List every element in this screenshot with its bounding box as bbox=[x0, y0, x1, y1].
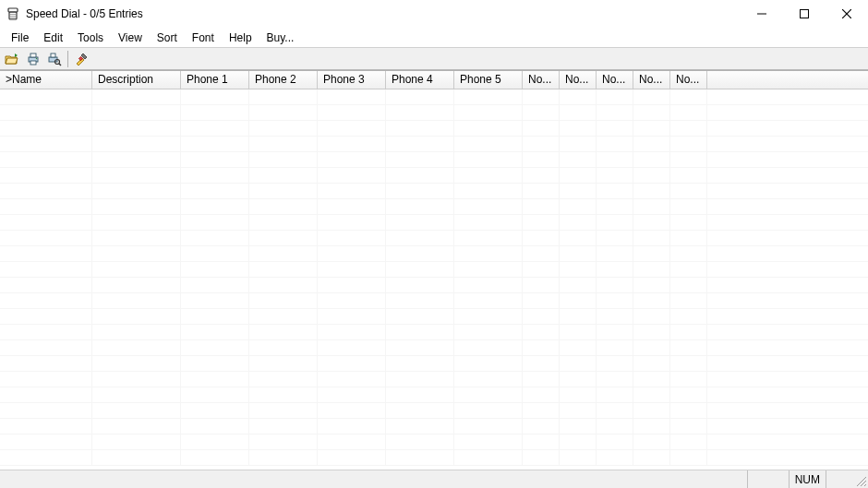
table-row[interactable] bbox=[0, 152, 868, 168]
table-cell bbox=[454, 215, 523, 230]
menubar: File Edit Tools View Sort Font Help Buy.… bbox=[0, 28, 868, 48]
table-row[interactable] bbox=[0, 215, 868, 231]
table-cell bbox=[670, 293, 707, 308]
table-cell bbox=[633, 137, 670, 151]
table-row[interactable] bbox=[0, 168, 868, 184]
table-row[interactable] bbox=[0, 419, 868, 434]
col-phone2[interactable]: Phone 2 bbox=[249, 71, 318, 89]
table-cell bbox=[597, 278, 633, 292]
table-row[interactable] bbox=[0, 278, 868, 293]
statusbar: NUM bbox=[0, 470, 868, 488]
titlebar-left: Speed Dial - 0/5 Entries bbox=[6, 6, 143, 21]
toolbar-tools-button[interactable] bbox=[71, 50, 91, 68]
maximize-button[interactable] bbox=[783, 0, 826, 28]
table-cell bbox=[523, 137, 560, 151]
table-cell bbox=[597, 356, 633, 371]
table-row[interactable] bbox=[0, 231, 868, 246]
table-row[interactable] bbox=[0, 199, 868, 215]
table-cell bbox=[707, 246, 868, 261]
table-cell bbox=[92, 325, 181, 339]
table-row[interactable] bbox=[0, 293, 868, 309]
minimize-button[interactable] bbox=[741, 0, 783, 28]
menu-view[interactable]: View bbox=[111, 30, 150, 46]
table-cell bbox=[707, 184, 868, 198]
table-cell bbox=[633, 293, 670, 308]
table-cell bbox=[670, 278, 707, 292]
table-cell bbox=[92, 215, 181, 230]
table-row[interactable] bbox=[0, 434, 868, 450]
table-cell bbox=[249, 215, 318, 230]
col-phone1[interactable]: Phone 1 bbox=[181, 71, 249, 89]
table-cell bbox=[0, 168, 92, 183]
col-notes-1[interactable]: No... bbox=[523, 71, 560, 89]
col-notes-3[interactable]: No... bbox=[597, 71, 633, 89]
table-cell bbox=[560, 262, 597, 277]
table-cell bbox=[318, 105, 386, 120]
table-cell bbox=[318, 419, 386, 434]
table-row[interactable] bbox=[0, 246, 868, 262]
table-row[interactable] bbox=[0, 325, 868, 340]
table-cell bbox=[318, 199, 386, 214]
table-cell bbox=[597, 340, 633, 355]
table-cell bbox=[454, 152, 523, 167]
table-cell bbox=[523, 372, 560, 387]
table-row[interactable] bbox=[0, 121, 868, 137]
table-cell bbox=[597, 262, 633, 277]
col-phone3[interactable]: Phone 3 bbox=[318, 71, 386, 89]
table-cell bbox=[633, 121, 670, 136]
toolbar-open-button[interactable] bbox=[2, 50, 22, 68]
table-cell bbox=[318, 184, 386, 198]
table-row[interactable] bbox=[0, 403, 868, 419]
table-cell bbox=[386, 403, 454, 418]
table-cell bbox=[633, 278, 670, 292]
table-row[interactable] bbox=[0, 387, 868, 403]
menu-sort[interactable]: Sort bbox=[150, 30, 185, 46]
resize-grip[interactable] bbox=[851, 470, 868, 488]
table-cell bbox=[318, 434, 386, 449]
col-notes-4[interactable]: No... bbox=[633, 71, 670, 89]
menu-help[interactable]: Help bbox=[222, 30, 259, 46]
col-description[interactable]: Description bbox=[92, 71, 181, 89]
toolbar-print-preview-button[interactable] bbox=[44, 50, 65, 68]
menu-edit[interactable]: Edit bbox=[36, 30, 70, 46]
listview-header: >Name Description Phone 1 Phone 2 Phone … bbox=[0, 71, 868, 89]
table-row[interactable] bbox=[0, 356, 868, 372]
table-cell bbox=[633, 450, 670, 465]
close-button[interactable] bbox=[826, 0, 868, 28]
menu-font[interactable]: Font bbox=[185, 30, 222, 46]
table-cell bbox=[454, 434, 523, 449]
table-cell bbox=[523, 215, 560, 230]
table-cell bbox=[597, 105, 633, 120]
menu-tools[interactable]: Tools bbox=[70, 30, 111, 46]
col-phone5[interactable]: Phone 5 bbox=[454, 71, 523, 89]
table-cell bbox=[454, 293, 523, 308]
table-row[interactable] bbox=[0, 309, 868, 325]
table-cell bbox=[454, 168, 523, 183]
table-cell bbox=[0, 450, 92, 465]
table-cell bbox=[386, 450, 454, 465]
table-cell bbox=[386, 121, 454, 136]
table-row[interactable] bbox=[0, 137, 868, 152]
col-name[interactable]: >Name bbox=[0, 71, 92, 89]
col-phone4[interactable]: Phone 4 bbox=[386, 71, 454, 89]
table-cell bbox=[523, 262, 560, 277]
table-row[interactable] bbox=[0, 372, 868, 387]
table-cell bbox=[707, 309, 868, 324]
menu-file[interactable]: File bbox=[4, 30, 36, 46]
listview-body[interactable] bbox=[0, 89, 868, 470]
col-notes-2[interactable]: No... bbox=[560, 71, 597, 89]
table-cell bbox=[249, 372, 318, 387]
table-row[interactable] bbox=[0, 105, 868, 121]
table-row[interactable] bbox=[0, 89, 868, 105]
table-cell bbox=[181, 387, 249, 402]
table-row[interactable] bbox=[0, 340, 868, 356]
table-row[interactable] bbox=[0, 184, 868, 199]
table-row[interactable] bbox=[0, 262, 868, 278]
menu-buy[interactable]: Buy... bbox=[259, 30, 302, 46]
table-row[interactable] bbox=[0, 450, 868, 466]
table-cell bbox=[181, 184, 249, 198]
toolbar-print-button[interactable] bbox=[23, 50, 43, 68]
table-cell bbox=[181, 105, 249, 120]
table-cell bbox=[523, 89, 560, 104]
col-notes-5[interactable]: No... bbox=[670, 71, 707, 89]
